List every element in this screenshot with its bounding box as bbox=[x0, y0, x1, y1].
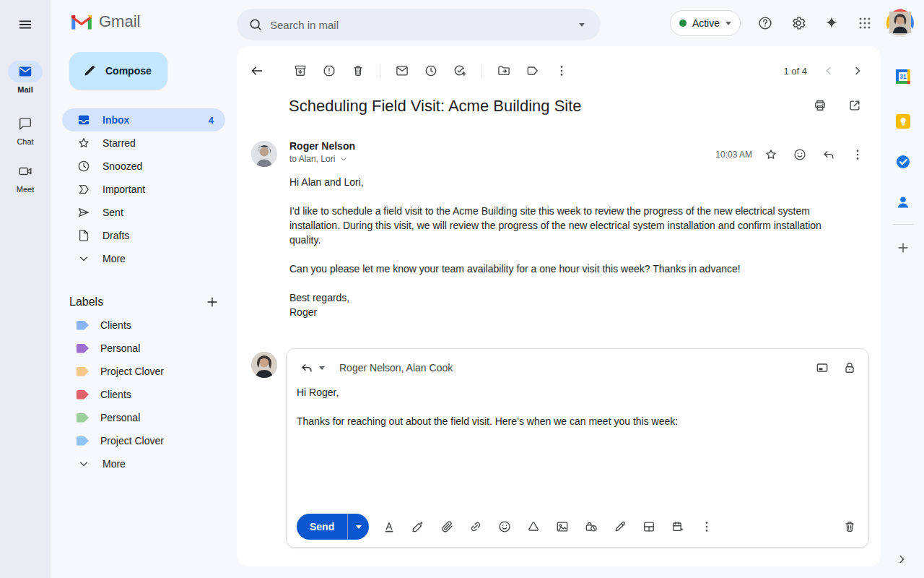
reply-author-avatar bbox=[251, 352, 277, 378]
compose-more-button[interactable] bbox=[698, 515, 715, 538]
sidebar-item-label: More bbox=[103, 253, 126, 264]
recipients-line[interactable]: to Alan, Lori bbox=[289, 154, 355, 164]
rail-item-mail[interactable]: Mail bbox=[0, 61, 51, 94]
labels-list: Clients Personal Project Clover Clients … bbox=[51, 314, 237, 475]
reply-button[interactable] bbox=[814, 140, 843, 169]
search-icon[interactable] bbox=[243, 12, 269, 38]
discard-draft-button[interactable] bbox=[838, 515, 861, 538]
rail-item-meet[interactable]: Meet bbox=[0, 160, 51, 194]
reply-paragraph: Hi Roger, bbox=[297, 385, 845, 400]
label-item[interactable]: Project Clover bbox=[62, 360, 225, 383]
sidebar-item-more[interactable]: More bbox=[62, 247, 225, 270]
move-to-button[interactable] bbox=[489, 56, 518, 85]
delete-button[interactable] bbox=[344, 56, 372, 85]
sidebar-item-drafts[interactable]: Drafts bbox=[62, 224, 225, 247]
search-bar[interactable] bbox=[237, 9, 601, 40]
drive-button[interactable] bbox=[525, 515, 542, 538]
snooze-button[interactable] bbox=[417, 56, 445, 85]
main-menu-button[interactable] bbox=[11, 10, 40, 39]
plus-icon bbox=[896, 241, 910, 255]
rail-label-meet: Meet bbox=[17, 185, 34, 194]
print-button[interactable] bbox=[806, 91, 834, 120]
email-body: Hi Alan and Lori, I'd like to schedule a… bbox=[289, 175, 840, 319]
labels-more[interactable]: More bbox=[62, 452, 225, 475]
apps-grid-button[interactable] bbox=[850, 9, 879, 38]
star-icon bbox=[77, 136, 91, 150]
report-spam-button[interactable] bbox=[315, 56, 344, 85]
newer-chevron-left-button[interactable] bbox=[814, 56, 843, 85]
sidebar-item-inbox[interactable]: Inbox 4 bbox=[62, 108, 225, 131]
schedule-meeting-button[interactable] bbox=[669, 515, 687, 538]
lock-button[interactable] bbox=[838, 356, 861, 379]
search-options-caret-icon[interactable] bbox=[569, 12, 595, 38]
show-side-panel-button[interactable] bbox=[887, 545, 916, 574]
open-in-new-button[interactable] bbox=[840, 91, 869, 120]
rail-item-chat[interactable]: Chat bbox=[0, 113, 51, 146]
insert-link-button[interactable] bbox=[467, 515, 484, 538]
get-addons-button[interactable] bbox=[889, 233, 918, 262]
insert-photo-button[interactable] bbox=[554, 515, 571, 538]
status-dot-icon bbox=[679, 20, 687, 27]
label-item[interactable]: Clients bbox=[62, 314, 225, 337]
compose-button[interactable]: Compose bbox=[69, 52, 167, 90]
attach-file-button[interactable] bbox=[438, 515, 456, 538]
keep-icon bbox=[896, 114, 910, 129]
mark-unread-button[interactable] bbox=[388, 56, 417, 85]
label-tag-icon bbox=[77, 390, 89, 400]
search-input[interactable] bbox=[269, 18, 569, 32]
sidebar-item-sent[interactable]: Sent bbox=[62, 201, 225, 224]
gemini-sparkle-button[interactable] bbox=[817, 9, 846, 38]
chat-bubble-icon bbox=[8, 113, 43, 134]
labels-button[interactable] bbox=[518, 56, 547, 85]
email-subject: Scheduling Field Visit: Acme Building Si… bbox=[289, 95, 751, 117]
inbox-count: 4 bbox=[209, 115, 214, 126]
tasks-icon bbox=[896, 155, 910, 169]
sidebar-item-snoozed[interactable]: Snoozed bbox=[62, 155, 225, 178]
sender-block: Roger Nelson to Alan, Lori bbox=[289, 140, 355, 164]
label-item[interactable]: Project Clover bbox=[62, 429, 225, 452]
add-to-tasks-button[interactable] bbox=[445, 56, 474, 85]
message-meta: 10:03 AM bbox=[715, 140, 872, 169]
labels-header: Labels bbox=[69, 289, 225, 315]
profile-avatar[interactable] bbox=[886, 9, 914, 37]
chevron-down-icon bbox=[77, 457, 91, 471]
reply-recipients[interactable]: Roger Nelson, Alan Cook bbox=[339, 362, 453, 374]
sidebar-item-label: Sent bbox=[103, 207, 123, 218]
more-options-button[interactable] bbox=[547, 56, 576, 85]
pop-out-button[interactable] bbox=[811, 356, 834, 379]
settings-gear-button[interactable] bbox=[784, 9, 813, 38]
signature-pen-button[interactable] bbox=[611, 515, 629, 538]
status-selector[interactable]: Active bbox=[670, 10, 741, 36]
sidebar-item-label: Snoozed bbox=[103, 160, 142, 172]
gmail-logo: Gmail bbox=[71, 12, 140, 31]
label-item[interactable]: Personal bbox=[62, 337, 225, 360]
older-chevron-right-button[interactable] bbox=[843, 56, 872, 85]
sidebar-item-starred[interactable]: Starred bbox=[62, 131, 225, 155]
contacts-button[interactable] bbox=[889, 188, 918, 217]
emoji-reaction-button[interactable] bbox=[785, 140, 814, 169]
label-item[interactable]: Personal bbox=[62, 406, 225, 429]
message-more-button[interactable] bbox=[843, 140, 872, 169]
calendar-button[interactable]: 31 bbox=[889, 62, 918, 91]
sidebar-item-important[interactable]: Important bbox=[62, 178, 225, 201]
back-button[interactable] bbox=[243, 56, 271, 85]
insert-emoji-button[interactable] bbox=[496, 515, 513, 538]
send-options-button[interactable] bbox=[347, 514, 369, 540]
body-signoff: Best regards, bbox=[289, 290, 840, 305]
star-message-button[interactable] bbox=[757, 140, 785, 169]
contacts-icon bbox=[896, 195, 910, 210]
confidential-mode-button[interactable] bbox=[583, 515, 600, 538]
reply-type-selector[interactable] bbox=[295, 356, 329, 379]
create-label-button[interactable] bbox=[199, 289, 225, 315]
formatting-options-button[interactable] bbox=[380, 515, 398, 538]
help-button[interactable] bbox=[751, 9, 780, 38]
tasks-button[interactable] bbox=[889, 147, 918, 176]
help-me-write-button[interactable] bbox=[409, 515, 427, 538]
send-button[interactable]: Send bbox=[297, 514, 347, 540]
layouts-button[interactable] bbox=[640, 515, 658, 538]
reply-type-caret-icon bbox=[319, 366, 325, 370]
label-item[interactable]: Clients bbox=[62, 383, 225, 406]
reply-body-editor[interactable]: Hi Roger, Thanks for reaching out about … bbox=[297, 385, 845, 443]
keep-button[interactable] bbox=[889, 107, 918, 136]
archive-button[interactable] bbox=[286, 56, 315, 85]
